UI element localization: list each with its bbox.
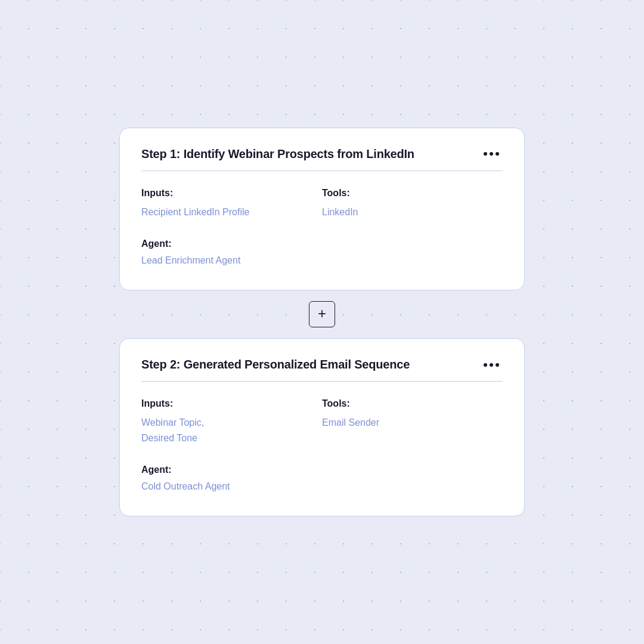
- step2-agent: Agent: Cold Outreach Agent: [141, 465, 503, 492]
- add-step-button[interactable]: +: [309, 301, 335, 327]
- step2-more-menu[interactable]: [480, 361, 503, 369]
- step1-agent: Agent: Lead Enrichment Agent: [141, 239, 503, 266]
- step2-header: Step 2: Generated Personalized Email Seq…: [141, 358, 503, 382]
- step2-card: Step 2: Generated Personalized Email Seq…: [119, 338, 525, 516]
- step2-tools-section: Tools: Email Sender: [322, 398, 503, 445]
- step1-tools-value: LinkedIn: [322, 205, 503, 220]
- dot2: [490, 152, 493, 156]
- step1-agent-value: Lead Enrichment Agent: [141, 255, 503, 266]
- step2-agent-value: Cold Outreach Agent: [141, 481, 503, 492]
- page-container: Step 1: Identify Webinar Prospects from …: [0, 0, 644, 644]
- step2-title: Step 2: Generated Personalized Email Seq…: [141, 358, 410, 371]
- step1-agent-label: Agent:: [141, 239, 503, 249]
- step2-tools-value: Email Sender: [322, 415, 503, 431]
- step1-card: Step 1: Identify Webinar Prospects from …: [119, 128, 525, 291]
- step1-tools-label: Tools:: [322, 188, 503, 199]
- step1-inputs-value: Recipient LinkedIn Profile: [141, 205, 322, 220]
- step1-more-menu[interactable]: [480, 150, 503, 158]
- step2-tools-label: Tools:: [322, 398, 503, 409]
- connector: +: [309, 290, 335, 338]
- plus-icon: +: [318, 306, 326, 321]
- step2-agent-label: Agent:: [141, 465, 503, 475]
- dot1: [484, 363, 487, 367]
- step1-inputs-section: Inputs: Recipient LinkedIn Profile: [141, 188, 322, 220]
- step1-tools-section: Tools: LinkedIn: [322, 188, 503, 220]
- step2-inputs-label: Inputs:: [141, 398, 322, 409]
- dot3: [496, 363, 499, 367]
- dot3: [496, 152, 499, 156]
- step1-inputs-label: Inputs:: [141, 188, 322, 199]
- step2-body: Inputs: Webinar Topic,Desired Tone Tools…: [141, 398, 503, 445]
- dot2: [490, 363, 493, 367]
- dot1: [484, 152, 487, 156]
- step1-header: Step 1: Identify Webinar Prospects from …: [141, 147, 503, 171]
- step2-inputs-section: Inputs: Webinar Topic,Desired Tone: [141, 398, 322, 445]
- step2-inputs-value: Webinar Topic,Desired Tone: [141, 415, 322, 445]
- step1-body: Inputs: Recipient LinkedIn Profile Tools…: [141, 188, 503, 220]
- step1-title: Step 1: Identify Webinar Prospects from …: [141, 147, 414, 161]
